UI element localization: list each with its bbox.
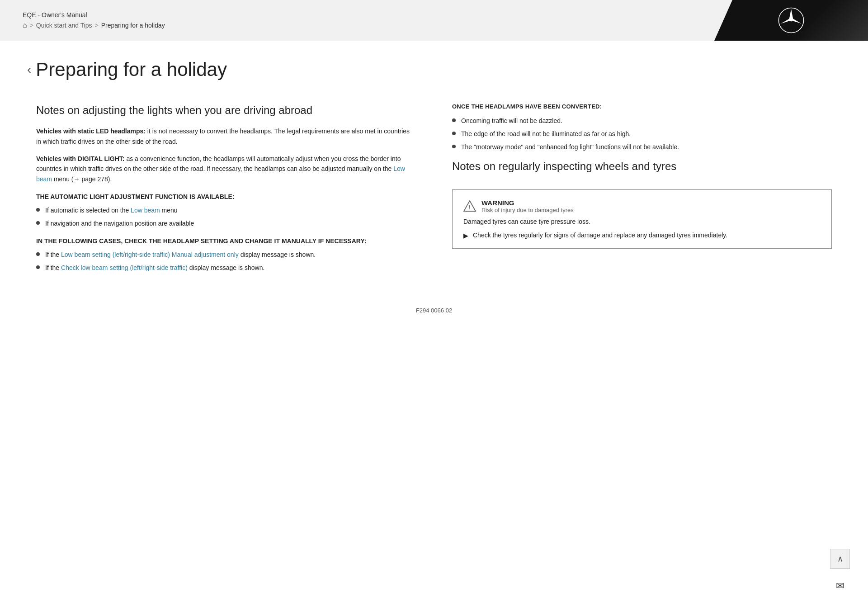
warning-header: ! WARNING Risk of injury due to damaged …: [463, 199, 821, 213]
converted-bullet-3: The "motorway mode" and "enhanced fog li…: [461, 142, 679, 152]
svg-text:!: !: [468, 203, 471, 211]
scroll-top-button[interactable]: ∧: [830, 549, 850, 569]
home-icon[interactable]: ⌂: [23, 21, 27, 29]
page-title-row: ‹ Preparing for a holiday: [27, 59, 841, 80]
breadcrumb: ⌂ > Quick start and Tips > Preparing for…: [23, 21, 692, 29]
auto-bullet-1-prefix: If automatic is selected on the Low beam…: [45, 206, 178, 215]
bullet-dot-icon: [36, 221, 40, 225]
breadcrumb-separator-2: >: [95, 22, 99, 29]
bullet-dot-icon: [452, 132, 456, 135]
static-led-paragraph: Vehicles with static LED headlamps: it i…: [36, 126, 416, 146]
wheels-heading: Notes on regularly inspecting wheels and…: [452, 159, 832, 173]
right-column: ONCE THE HEADLAMPS HAVE BEEN CONVERTED: …: [452, 103, 832, 280]
header-logo-area: [714, 0, 868, 41]
warning-title-block: WARNING Risk of injury due to damaged ty…: [481, 199, 574, 213]
page-content: ‹ Preparing for a holiday Notes on adjus…: [0, 41, 868, 364]
warning-subtitle: Risk of injury due to damaged tyres: [481, 207, 574, 213]
manual-bullet-1: If the Low beam setting (left/right-side…: [45, 250, 316, 260]
bullet-dot-icon: [452, 145, 456, 148]
bottom-icon: ✉: [830, 576, 850, 596]
header-left: EQE - Owner's Manual ⌂ > Quick start and…: [0, 0, 714, 41]
list-item: If navigation and the navigation positio…: [36, 219, 416, 228]
back-chevron-icon[interactable]: ‹: [27, 63, 31, 76]
manual-bullet-list: If the Low beam setting (left/right-side…: [36, 250, 416, 273]
warning-action: ▶ Check the tyres regularly for signs of…: [463, 231, 821, 239]
bullet-dot-icon: [452, 118, 456, 122]
lights-heading: Notes on adjusting the lights when you a…: [36, 103, 416, 117]
warning-triangle-icon: !: [463, 200, 476, 213]
list-item: If the Low beam setting (left/right-side…: [36, 250, 416, 260]
check-low-beam-link[interactable]: Check low beam setting (left/right-side …: [61, 264, 188, 271]
low-beam-link-3[interactable]: Low beam setting (left/right-side traffi…: [61, 251, 239, 258]
manual-title: EQE - Owner's Manual: [23, 11, 692, 19]
converted-bullet-1: Oncoming traffic will not be dazzled.: [461, 116, 562, 126]
static-led-bold: Vehicles with static LED headlamps:: [36, 128, 146, 135]
breadcrumb-step2: Preparing for a holiday: [101, 22, 165, 29]
scroll-top-icon: ∧: [837, 554, 843, 564]
list-item: If automatic is selected on the Low beam…: [36, 206, 416, 215]
list-item: If the Check low beam setting (left/righ…: [36, 263, 416, 273]
converted-bullet-list: Oncoming traffic will not be dazzled. Th…: [452, 116, 832, 152]
list-item: The "motorway mode" and "enhanced fog li…: [452, 142, 832, 152]
header: EQE - Owner's Manual ⌂ > Quick start and…: [0, 0, 868, 41]
mercedes-logo: [778, 7, 805, 34]
bullet-dot-icon: [36, 252, 40, 256]
warning-box: ! WARNING Risk of injury due to damaged …: [452, 189, 832, 249]
manual-heading: IN THE FOLLOWING CASES, CHECK THE HEADLA…: [36, 237, 416, 245]
auto-bullet-2: If navigation and the navigation positio…: [45, 219, 194, 228]
auto-bullet-list: If automatic is selected on the Low beam…: [36, 206, 416, 228]
page-title: Preparing for a holiday: [36, 59, 227, 80]
digital-light-paragraph: Vehicles with DIGITAL LIGHT: as a conven…: [36, 154, 416, 184]
bullet-dot-icon: [36, 265, 40, 269]
action-arrow-icon: ▶: [463, 232, 468, 239]
two-column-layout: Notes on adjusting the lights when you a…: [27, 103, 841, 280]
breadcrumb-separator-1: >: [30, 22, 33, 29]
warning-title: WARNING: [481, 199, 574, 207]
converted-bullet-2: The edge of the road will not be illumin…: [461, 129, 631, 139]
footer: F294 0066 02: [27, 307, 841, 327]
warning-body: Damaged tyres can cause tyre pressure lo…: [463, 218, 821, 225]
list-item: Oncoming traffic will not be dazzled.: [452, 116, 832, 126]
converted-heading: ONCE THE HEADLAMPS HAVE BEEN CONVERTED:: [452, 103, 832, 110]
auto-heading: THE AUTOMATIC LIGHT ADJUSTMENT FUNCTION …: [36, 193, 416, 200]
breadcrumb-step1[interactable]: Quick start and Tips: [36, 22, 92, 29]
left-column: Notes on adjusting the lights when you a…: [36, 103, 416, 280]
footer-code: F294 0066 02: [416, 307, 452, 314]
manual-bullet-2: If the Check low beam setting (left/righ…: [45, 263, 264, 273]
warning-action-text: Check the tyres regularly for signs of d…: [473, 231, 727, 239]
svg-point-2: [790, 19, 793, 22]
digital-light-bold: Vehicles with DIGITAL LIGHT:: [36, 155, 125, 162]
list-item: The edge of the road will not be illumin…: [452, 129, 832, 139]
low-beam-link-2[interactable]: Low beam: [131, 207, 160, 214]
bullet-dot-icon: [36, 208, 40, 212]
mail-icon: ✉: [836, 580, 844, 592]
digital-light-suffix: menu (→ page 278).: [52, 175, 112, 183]
